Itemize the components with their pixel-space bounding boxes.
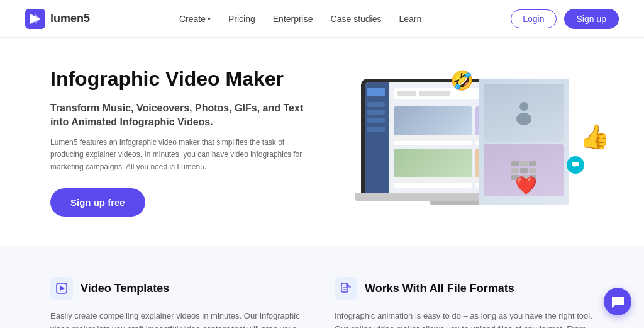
nav-enterprise[interactable]: Enterprise	[273, 14, 313, 24]
svg-rect-10	[511, 168, 519, 173]
svg-rect-12	[529, 168, 536, 173]
svg-point-5	[519, 102, 528, 111]
feature-icon-row-2: Works With All File Formats	[335, 277, 594, 300]
hero-section: Infographic Video Maker Transform Music,…	[0, 38, 644, 246]
sidebar-logo	[367, 88, 385, 96]
svg-marker-17	[60, 286, 65, 291]
svg-rect-3	[572, 162, 579, 166]
thumb-icon: 👍	[580, 123, 609, 150]
svg-rect-9	[529, 161, 536, 166]
svg-rect-11	[520, 168, 528, 173]
hero-text: Infographic Video Maker Transform Music,…	[50, 67, 314, 217]
chat-icon	[611, 295, 625, 308]
sidebar-item-3	[367, 118, 385, 123]
file-formats-icon	[335, 277, 357, 300]
screen-sidebar	[365, 82, 389, 193]
feature-desc-1: Easily create compelling explainer video…	[50, 310, 309, 328]
feature-desc-2: Infographic animation is easy to do – as…	[335, 310, 594, 328]
sidebar-item-2	[367, 110, 385, 115]
hero-subtitle: Transform Music, Voiceovers, Photos, GIF…	[50, 101, 314, 130]
teal-bubble-icon	[567, 156, 584, 174]
heart-icon: ❤️	[515, 175, 537, 196]
nav-pricing[interactable]: Pricing	[228, 14, 255, 24]
navbar: lumen5 Create ▾ Pricing Enterprise Case …	[0, 0, 644, 38]
person-image	[484, 84, 558, 142]
svg-marker-4	[574, 166, 575, 168]
logo[interactable]: lumen5	[25, 9, 90, 29]
logo-icon	[25, 9, 45, 29]
hero-description: Lumen5 features an infographic video mak…	[50, 137, 314, 173]
sidebar-item-1	[367, 102, 385, 107]
hero-image: 🤣 👍 ❤️	[330, 79, 594, 205]
card-text-1	[394, 135, 472, 141]
nav-learn[interactable]: Learn	[399, 14, 422, 24]
nav-actions: Login Sign up	[511, 9, 619, 29]
svg-point-6	[516, 113, 531, 125]
feature-video-templates: Video Templates Easily create compelling…	[50, 277, 309, 328]
hero-cta-button[interactable]: Sign up free	[50, 188, 145, 217]
card-image-1	[394, 106, 472, 135]
feature-title-2: Works With All File Formats	[365, 282, 514, 295]
header-dot-1	[397, 91, 416, 96]
login-button[interactable]: Login	[511, 9, 556, 28]
video-templates-icon	[50, 277, 73, 300]
video-card-3	[394, 149, 472, 188]
video-card-1	[394, 106, 472, 145]
features-section: Video Templates Easily create compelling…	[0, 246, 644, 328]
nav-links: Create ▾ Pricing Enterprise Case studies…	[179, 14, 421, 24]
signup-button[interactable]: Sign up	[564, 9, 619, 29]
svg-rect-7	[511, 161, 519, 166]
card-image-3	[394, 149, 472, 177]
hero-title: Infographic Video Maker	[50, 67, 314, 91]
nav-case-studies[interactable]: Case studies	[331, 14, 382, 24]
feature-title-1: Video Templates	[80, 282, 169, 295]
sidebar-item-4	[367, 127, 385, 132]
emoji-laugh: 🤣	[450, 69, 474, 91]
feature-file-formats: Works With All File Formats Infographic …	[335, 277, 594, 328]
header-dot-2	[419, 91, 450, 96]
chevron-down-icon: ▾	[208, 15, 211, 22]
card-text-3	[394, 177, 472, 183]
nav-create[interactable]: Create ▾	[179, 14, 211, 24]
feature-icon-row-1: Video Templates	[50, 277, 309, 300]
logo-text: lumen5	[50, 12, 90, 25]
svg-rect-8	[520, 161, 528, 166]
chat-bubble-button[interactable]	[604, 288, 631, 315]
